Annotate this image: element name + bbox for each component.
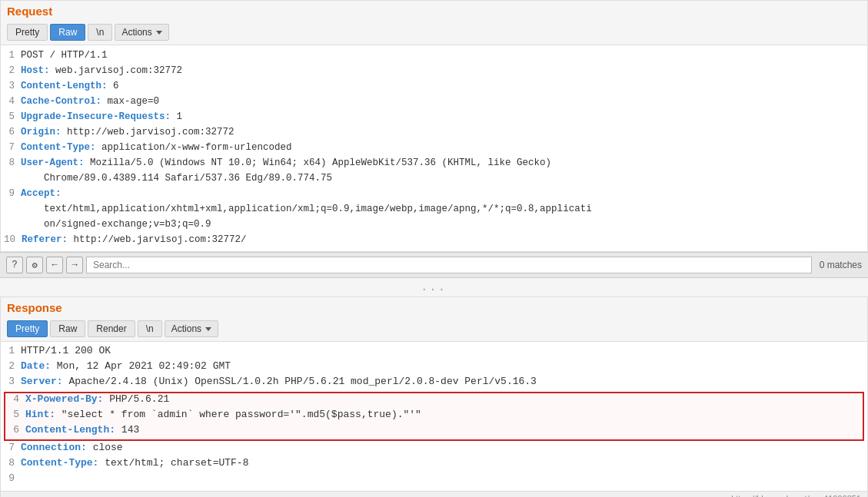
table-row: 6 Origin: http://web.jarvisoj.com:32772 bbox=[1, 125, 867, 141]
table-row: 9 Accept: bbox=[1, 187, 867, 202]
table-row: 4 X-Powered-By: PHP/5.6.21 bbox=[5, 393, 863, 409]
search-bar: ? ⚙ ← → 0 matches bbox=[0, 252, 868, 278]
response-actions-btn[interactable]: Actions bbox=[165, 320, 218, 337]
table-row: 6 Content-Length: 143 bbox=[5, 424, 863, 439]
table-row: 9 bbox=[1, 472, 867, 488]
gear-icon-btn[interactable]: ⚙ bbox=[26, 257, 43, 273]
table-row: 8 Content-Type: text/html; charset=UTF-8 bbox=[1, 457, 867, 472]
main-container: Request Pretty Raw \n Actions 1 POST / H… bbox=[0, 0, 868, 497]
prev-match-btn[interactable]: ← bbox=[46, 257, 63, 273]
table-row: 7 Connection: close bbox=[1, 442, 867, 457]
request-toolbar: Pretty Raw \n Actions bbox=[1, 20, 867, 45]
response-title: Response bbox=[1, 297, 867, 316]
table-row: 5 Hint: "select * from `admin` where pas… bbox=[5, 409, 863, 424]
matches-count: 0 matches bbox=[815, 260, 862, 270]
response-section: Response Pretty Raw Render \n Actions 1 … bbox=[0, 297, 868, 497]
table-row: 2 Host: web.jarvisoj.com:32772 bbox=[1, 64, 867, 79]
table-row: 2 Date: Mon, 12 Apr 2021 02:49:02 GMT bbox=[1, 360, 867, 376]
response-raw-btn[interactable]: Raw bbox=[50, 320, 85, 337]
footer-url: https://blog.csdn.net/qq_41996851 bbox=[1, 491, 867, 497]
request-code-area: 1 POST / HTTP/1.1 2 Host: web.jarvisoj.c… bbox=[1, 45, 867, 251]
response-code-area: 1 HTTP/1.1 200 OK 2 Date: Mon, 12 Apr 20… bbox=[1, 342, 867, 491]
table-row: 1 HTTP/1.1 200 OK bbox=[1, 345, 867, 360]
table-row: text/html,application/xhtml+xml,applicat… bbox=[1, 202, 867, 217]
section-divider: ... bbox=[0, 278, 868, 297]
response-newline-btn[interactable]: \n bbox=[138, 320, 162, 337]
response-render-btn[interactable]: Render bbox=[88, 320, 135, 337]
request-newline-btn[interactable]: \n bbox=[88, 24, 112, 41]
table-row: 3 Server: Apache/2.4.18 (Unix) OpenSSL/1… bbox=[1, 376, 867, 391]
help-icon-btn[interactable]: ? bbox=[6, 257, 23, 273]
table-row: Chrome/89.0.4389.114 Safari/537.36 Edg/8… bbox=[1, 171, 867, 187]
table-row: 7 Content-Type: application/x-www-form-u… bbox=[1, 141, 867, 156]
table-row: 4 Cache-Control: max-age=0 bbox=[1, 94, 867, 110]
table-row: 3 Content-Length: 6 bbox=[1, 79, 867, 94]
response-pretty-btn[interactable]: Pretty bbox=[7, 320, 48, 337]
search-input[interactable] bbox=[86, 257, 812, 273]
table-row: 1 POST / HTTP/1.1 bbox=[1, 48, 867, 64]
request-raw-btn[interactable]: Raw bbox=[50, 24, 85, 41]
highlighted-block: 4 X-Powered-By: PHP/5.6.21 5 Hint: "sele… bbox=[4, 392, 864, 441]
request-actions-btn[interactable]: Actions bbox=[115, 24, 168, 41]
chevron-down-icon bbox=[156, 31, 162, 35]
table-row: 10 Referer: http://web.jarvisoj.com:3277… bbox=[1, 233, 867, 248]
next-match-btn[interactable]: → bbox=[66, 257, 83, 273]
response-toolbar: Pretty Raw Render \n Actions bbox=[1, 316, 867, 342]
request-section: Request Pretty Raw \n Actions 1 POST / H… bbox=[0, 0, 868, 252]
chevron-down-icon bbox=[205, 327, 211, 331]
request-title: Request bbox=[1, 1, 867, 20]
table-row: on/signed-exchange;v=b3;q=0.9 bbox=[1, 217, 867, 233]
request-pretty-btn[interactable]: Pretty bbox=[7, 24, 48, 41]
table-row: 5 Upgrade-Insecure-Requests: 1 bbox=[1, 110, 867, 125]
table-row: 8 User-Agent: Mozilla/5.0 (Windows NT 10… bbox=[1, 156, 867, 171]
